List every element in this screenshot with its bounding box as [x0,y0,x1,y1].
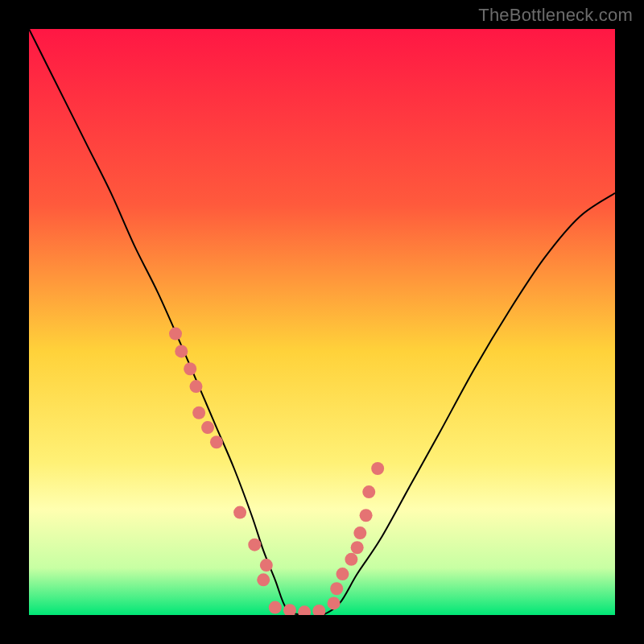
sample-point [184,362,196,375]
chart-stage: TheBottleneck.com [0,0,644,644]
sample-point [189,380,202,393]
sample-point [328,597,341,609]
sample-point [260,559,273,572]
sample-point [336,568,349,580]
watermark-text: TheBottleneck.com [478,5,633,26]
sample-point [345,553,357,566]
chart-svg [29,29,615,615]
gradient-background [29,29,615,615]
sample-point [169,328,182,341]
sample-point [330,582,343,595]
sample-point [175,345,188,357]
sample-point [351,541,364,554]
sample-point [362,485,375,498]
sample-point [269,601,282,614]
sample-point [353,526,366,539]
sample-point [192,407,205,419]
sample-point [201,421,214,434]
sample-point [360,509,373,522]
sample-point [248,539,261,551]
sample-point [371,462,384,475]
sample-point [257,573,270,586]
sample-point [210,436,223,448]
plot-area [29,29,615,615]
sample-point [233,506,246,519]
